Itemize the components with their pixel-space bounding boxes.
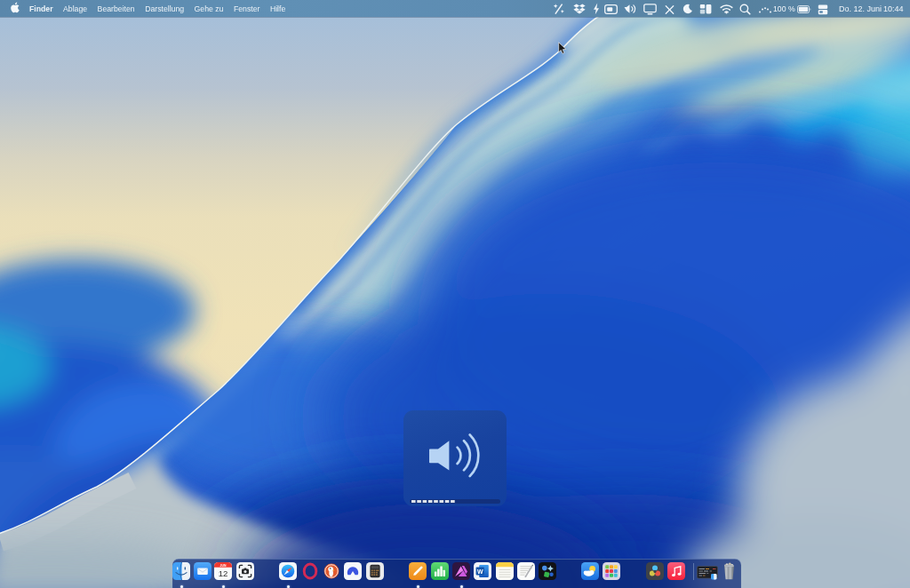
svg-text:JUN: JUN bbox=[220, 564, 227, 568]
svg-text:W: W bbox=[477, 568, 483, 575]
svg-text:12: 12 bbox=[219, 568, 228, 578]
